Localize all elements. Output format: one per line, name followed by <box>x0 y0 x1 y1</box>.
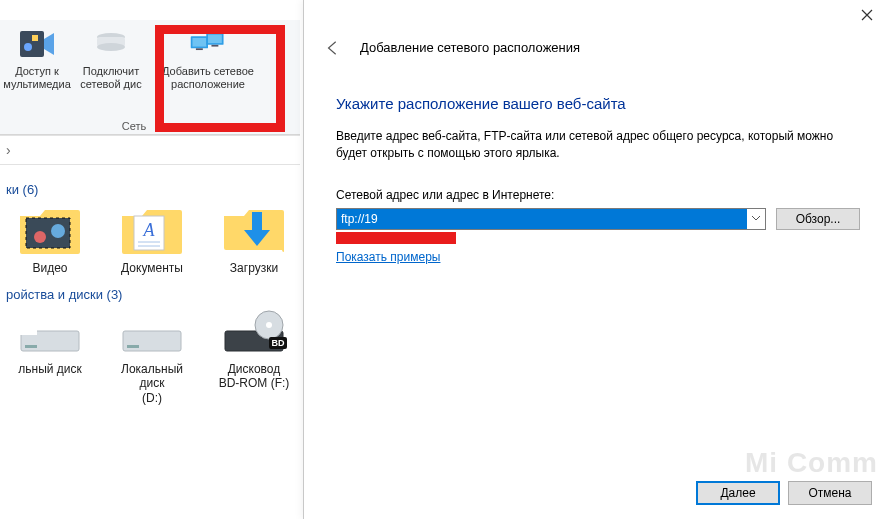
svg-rect-11 <box>211 45 218 47</box>
dialog-description: Введите адрес веб-сайта, FTP-сайта или с… <box>336 128 860 162</box>
address-input[interactable] <box>337 209 747 229</box>
address-combobox[interactable] <box>336 208 766 230</box>
svg-text:BD: BD <box>272 338 285 348</box>
svg-rect-21 <box>25 345 37 348</box>
cancel-button[interactable]: Отмена <box>788 481 872 505</box>
explorer-content: ки (6) Видео A <box>0 170 300 405</box>
svg-rect-2 <box>32 35 38 41</box>
bd-rom-icon: BD <box>219 306 289 362</box>
svg-rect-0 <box>20 31 44 57</box>
svg-point-14 <box>34 231 46 243</box>
chevron-icon: › <box>6 142 11 158</box>
watermark: Mi Comm <box>745 447 878 479</box>
browse-button[interactable]: Обзор... <box>776 208 860 230</box>
drive-item-local-c[interactable]: льный диск <box>6 306 94 405</box>
annotation-redaction <box>336 232 456 244</box>
svg-point-27 <box>266 322 272 328</box>
chevron-down-icon[interactable] <box>747 212 765 226</box>
file-item-label: Документы <box>121 261 183 275</box>
file-item-label: льный диск <box>18 362 82 376</box>
file-item-label: Локальный диск (D:) <box>108 362 196 405</box>
close-icon <box>861 9 873 21</box>
ribbon-btn-add-netloc[interactable]: Добавить сетевое расположение <box>148 20 268 110</box>
address-field-label: Сетевой адрес или адрес в Интернете: <box>336 188 860 202</box>
section-header-drives[interactable]: ройства и диски (3) <box>6 287 300 302</box>
arrow-left-icon <box>324 38 342 58</box>
folder-item-documents[interactable]: A Документы <box>108 201 196 275</box>
videos-folder-icon <box>15 201 85 261</box>
section-header-folders[interactable]: ки (6) <box>6 182 300 197</box>
map-drive-icon <box>92 25 130 63</box>
svg-point-1 <box>24 43 32 51</box>
next-button[interactable]: Далее <box>696 481 780 505</box>
local-disk-icon <box>15 306 85 362</box>
svg-point-5 <box>97 43 125 51</box>
drive-item-local-d[interactable]: Локальный диск (D:) <box>108 306 196 405</box>
show-examples-link[interactable]: Показать примеры <box>336 250 440 264</box>
svg-point-15 <box>51 224 65 238</box>
file-item-label: Дисковод BD-ROM (F:) <box>219 362 290 391</box>
ribbon-btn-multimedia[interactable]: Доступ к мультимедиа <box>0 20 74 110</box>
svg-rect-7 <box>192 38 206 47</box>
folder-item-videos[interactable]: Видео <box>6 201 94 275</box>
documents-folder-icon: A <box>117 201 187 261</box>
ribbon: Доступ к мультимедиа Подключит сетевой д… <box>0 20 300 135</box>
svg-text:A: A <box>143 220 156 240</box>
back-button[interactable] <box>324 39 342 57</box>
dialog-header: Добавление сетевого расположения <box>304 0 890 95</box>
local-disk-icon <box>117 306 187 362</box>
close-button[interactable] <box>844 0 890 30</box>
svg-rect-24 <box>127 345 139 348</box>
downloads-folder-icon <box>219 201 289 261</box>
svg-rect-10 <box>196 48 203 50</box>
add-network-location-dialog: Добавление сетевого расположения Укажите… <box>303 0 890 519</box>
ribbon-btn-map-drive[interactable]: Подключит сетевой дис <box>74 20 148 110</box>
ribbon-btn-label: Подключит сетевой дис <box>80 65 141 90</box>
ribbon-group-label: Сеть <box>0 120 268 134</box>
ribbon-group-network: Доступ к мультимедиа Подключит сетевой д… <box>0 20 268 134</box>
dialog-title: Добавление сетевого расположения <box>360 40 580 55</box>
ribbon-btn-label: Доступ к мультимедиа <box>3 65 71 90</box>
ribbon-btn-label: Добавить сетевое расположение <box>162 65 254 90</box>
file-item-label: Загрузки <box>230 261 278 275</box>
explorer-address-bar[interactable]: › <box>0 135 300 165</box>
svg-rect-9 <box>208 35 222 44</box>
multimedia-icon <box>18 25 56 63</box>
dialog-heading: Укажите расположение вашего веб-сайта <box>336 95 860 112</box>
file-item-label: Видео <box>32 261 67 275</box>
folder-item-downloads[interactable]: Загрузки <box>210 201 298 275</box>
add-netloc-icon <box>189 25 227 63</box>
drive-item-bdrom[interactable]: BD Дисковод BD-ROM (F:) <box>210 306 298 405</box>
